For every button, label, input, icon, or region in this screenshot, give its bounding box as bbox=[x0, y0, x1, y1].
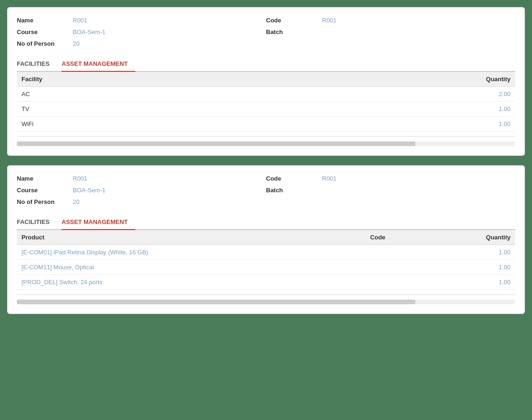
card1-row-tv: TV 1.00 bbox=[17, 102, 515, 117]
card1-left-fields: Name R001 Course BOA-Sem-1 No of Person … bbox=[17, 17, 266, 47]
card1-name-value: R001 bbox=[73, 17, 87, 24]
card2-left-fields: Name R001 Course BOA-Sem-1 No of Person … bbox=[17, 175, 266, 205]
card1-tabs: FACILITIES ASSET MANAGEMENT bbox=[17, 56, 515, 72]
card1-course-row: Course BOA-Sem-1 bbox=[17, 28, 266, 35]
card2-table-header: Product Code Quantity bbox=[17, 230, 515, 245]
card2-header-row: Product Code Quantity bbox=[17, 230, 515, 245]
card2-batch-row: Batch bbox=[266, 187, 515, 194]
card1-code-value: R001 bbox=[322, 17, 336, 24]
card1-facility-wifi: WiFi bbox=[17, 117, 252, 132]
card2-qty-ipad: 1.00 bbox=[428, 245, 515, 260]
card2-noperson-label: No of Person bbox=[17, 198, 73, 205]
card-2: Name R001 Course BOA-Sem-1 No of Person … bbox=[7, 165, 525, 314]
card2-noperson-value: 20 bbox=[73, 198, 79, 205]
card-1: Name R001 Course BOA-Sem-1 No of Person … bbox=[7, 7, 525, 156]
tab-card2-facilities[interactable]: FACILITIES bbox=[17, 215, 57, 229]
card2-noperson-row: No of Person 20 bbox=[17, 198, 266, 205]
card1-row-wifi: WiFi 1.00 bbox=[17, 117, 515, 132]
card1-header-row: Facility Quantity bbox=[17, 72, 515, 87]
card2-product-mouse: [E-COM11] Mouse, Optical bbox=[17, 260, 365, 275]
card2-tabs: FACILITIES ASSET MANAGEMENT bbox=[17, 215, 515, 230]
card1-scrollbar[interactable] bbox=[17, 141, 515, 146]
card2-code-value: R001 bbox=[322, 175, 336, 182]
card1-noperson-label: No of Person bbox=[17, 40, 73, 47]
card2-course-label: Course bbox=[17, 187, 73, 194]
card2-row-mouse: [E-COM11] Mouse, Optical 1.00 bbox=[17, 260, 515, 275]
card1-facility-tv: TV bbox=[17, 102, 252, 117]
tab-card2-asset-management[interactable]: ASSET MANAGEMENT bbox=[62, 215, 135, 230]
card1-facility-ac: AC bbox=[17, 87, 252, 102]
card2-course-row: Course BOA-Sem-1 bbox=[17, 187, 266, 194]
card2-name-label: Name bbox=[17, 175, 73, 182]
card1-qty-ac: 2.00 bbox=[252, 87, 515, 102]
card2-name-row: Name R001 bbox=[17, 175, 266, 182]
card2-code-mouse bbox=[365, 260, 428, 275]
card1-course-label: Course bbox=[17, 28, 73, 35]
tab-card1-facilities[interactable]: FACILITIES bbox=[17, 56, 57, 71]
card2-table: Product Code Quantity [E-COM01] iPad Ret… bbox=[17, 230, 515, 290]
card2-code-switch bbox=[365, 275, 428, 290]
card2-right-fields: Code R001 Batch bbox=[266, 175, 515, 205]
card1-table: Facility Quantity AC 2.00 TV 1.00 WiFi 1… bbox=[17, 72, 515, 132]
card2-scrollbar-thumb bbox=[17, 300, 415, 304]
card2-batch-label: Batch bbox=[266, 187, 322, 194]
card2-col-product: Product bbox=[17, 230, 365, 245]
card2-name-value: R001 bbox=[73, 175, 87, 182]
card2-scrollbar[interactable] bbox=[17, 300, 515, 304]
card1-col-facility: Facility bbox=[17, 72, 252, 87]
card1-right-fields: Code R001 Batch bbox=[266, 17, 515, 47]
card1-noperson-value: 20 bbox=[73, 40, 79, 47]
card2-code-label: Code bbox=[266, 175, 322, 182]
card1-qty-wifi: 1.00 bbox=[252, 117, 515, 132]
card1-row-ac: AC 2.00 bbox=[17, 87, 515, 102]
card1-code-row: Code R001 bbox=[266, 17, 515, 24]
card2-info-grid: Name R001 Course BOA-Sem-1 No of Person … bbox=[17, 175, 515, 205]
card1-info-grid: Name R001 Course BOA-Sem-1 No of Person … bbox=[17, 17, 515, 47]
card1-divider bbox=[17, 136, 515, 137]
card2-code-row: Code R001 bbox=[266, 175, 515, 182]
card1-table-header: Facility Quantity bbox=[17, 72, 515, 87]
card1-code-label: Code bbox=[266, 17, 322, 24]
card2-product-ipad: [E-COM01] iPad Retina Display (White, 16… bbox=[17, 245, 365, 260]
card1-batch-label: Batch bbox=[266, 28, 322, 35]
card2-course-value: BOA-Sem-1 bbox=[73, 187, 105, 194]
card2-table-body: [E-COM01] iPad Retina Display (White, 16… bbox=[17, 245, 515, 290]
card1-qty-tv: 1.00 bbox=[252, 102, 515, 117]
card2-code-ipad bbox=[365, 245, 428, 260]
card2-product-switch: [PROD_DEL] Switch, 24 ports bbox=[17, 275, 365, 290]
card1-course-value: BOA-Sem-1 bbox=[73, 28, 105, 35]
card2-col-code: Code bbox=[365, 230, 428, 245]
card1-scrollbar-thumb bbox=[17, 141, 415, 146]
card2-col-quantity: Quantity bbox=[428, 230, 515, 245]
card1-noperson-row: No of Person 20 bbox=[17, 40, 266, 47]
card2-qty-mouse: 1.00 bbox=[428, 260, 515, 275]
card1-col-quantity: Quantity bbox=[252, 72, 515, 87]
card2-row-switch: [PROD_DEL] Switch, 24 ports 1.00 bbox=[17, 275, 515, 290]
card2-row-ipad: [E-COM01] iPad Retina Display (White, 16… bbox=[17, 245, 515, 260]
card1-name-label: Name bbox=[17, 17, 73, 24]
tab-card1-asset-management[interactable]: ASSET MANAGEMENT bbox=[62, 56, 135, 72]
card2-divider bbox=[17, 294, 515, 295]
card1-batch-row: Batch bbox=[266, 28, 515, 35]
card1-name-row: Name R001 bbox=[17, 17, 266, 24]
card1-table-body: AC 2.00 TV 1.00 WiFi 1.00 bbox=[17, 87, 515, 132]
card2-qty-switch: 1.00 bbox=[428, 275, 515, 290]
